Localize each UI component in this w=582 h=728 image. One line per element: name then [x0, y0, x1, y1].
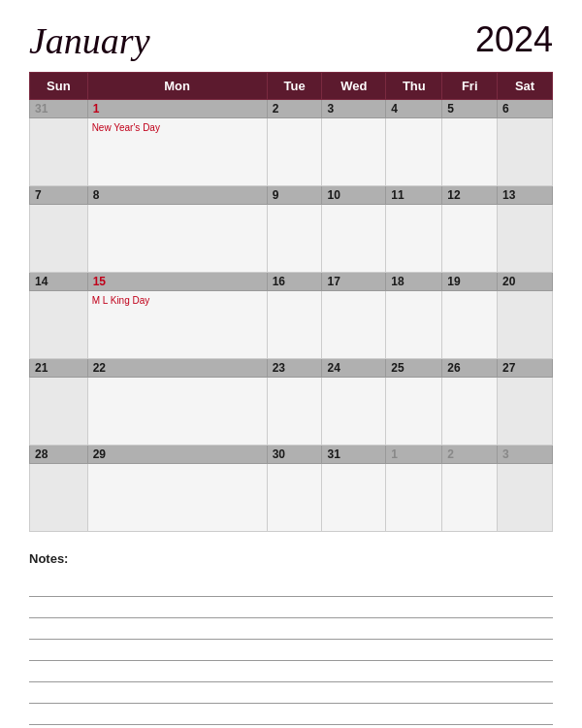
day-number-w0-d6: 6 [498, 100, 553, 118]
calendar-header: January 2024 [29, 19, 553, 62]
week-number-row-2: 14151617181920 [30, 273, 553, 291]
note-line[interactable] [29, 682, 553, 704]
day-number-w1-d0: 7 [30, 186, 88, 205]
day-number-w4-d5: 2 [442, 446, 498, 464]
day-content-w0-d4 [386, 118, 442, 186]
holiday-label: M L King Day [92, 295, 150, 306]
day-content-w1-d0 [30, 205, 88, 273]
day-number-w4-d1: 29 [87, 446, 267, 464]
day-content-w3-d0 [30, 378, 88, 446]
day-number-w3-d6: 27 [498, 359, 553, 378]
day-number-w4-d3: 31 [322, 446, 386, 464]
day-number-w2-d3: 17 [322, 273, 386, 291]
day-number-w0-d4: 4 [386, 100, 442, 118]
day-number-w4-d4: 1 [386, 446, 442, 464]
notes-section: Notes: [29, 551, 553, 728]
day-number-w4-d0: 28 [30, 446, 88, 464]
note-line[interactable] [29, 576, 553, 597]
day-content-w2-d6 [498, 291, 553, 359]
note-line[interactable] [29, 661, 553, 682]
day-number-w1-d3: 10 [322, 186, 386, 205]
day-content-w0-d0 [30, 118, 88, 186]
weekday-header-wed: Wed [322, 73, 386, 100]
day-content-w2-d5 [442, 291, 498, 359]
day-number-w3-d5: 26 [442, 359, 498, 378]
weekday-header-mon: Mon [87, 73, 267, 100]
holiday-label: New Year's Day [92, 122, 160, 133]
day-content-w0-d6 [498, 118, 553, 186]
day-content-w0-d2 [267, 118, 322, 186]
weekday-header-sat: Sat [498, 73, 553, 100]
day-number-w2-d1: 15 [87, 273, 267, 291]
day-number-w3-d2: 23 [267, 359, 322, 378]
day-content-w1-d2 [267, 205, 322, 273]
note-line[interactable] [29, 640, 553, 661]
day-content-w3-d1 [87, 378, 267, 446]
day-content-w3-d6 [498, 378, 553, 446]
day-number-w2-d2: 16 [267, 273, 322, 291]
day-content-w1-d1 [87, 205, 267, 273]
day-number-w0-d2: 2 [267, 100, 322, 118]
day-content-w1-d6 [498, 205, 553, 273]
day-content-w1-d5 [442, 205, 498, 273]
week-content-row-0: New Year's Day [30, 118, 553, 186]
weekday-header-row: SunMonTueWedThuFriSat [30, 73, 553, 100]
day-content-w4-d3 [322, 464, 386, 532]
day-content-w0-d3 [322, 118, 386, 186]
day-number-w3-d3: 24 [322, 359, 386, 378]
day-content-w3-d3 [322, 378, 386, 446]
note-line[interactable] [29, 618, 553, 640]
week-number-row-3: 21222324252627 [30, 359, 553, 378]
day-content-w2-d2 [267, 291, 322, 359]
weekday-header-fri: Fri [442, 73, 498, 100]
weekday-header-thu: Thu [386, 73, 442, 100]
day-number-w2-d0: 14 [30, 273, 88, 291]
day-number-w1-d2: 9 [267, 186, 322, 205]
note-line[interactable] [29, 597, 553, 618]
day-content-w4-d1 [87, 464, 267, 532]
day-number-w3-d1: 22 [87, 359, 267, 378]
day-content-w3-d5 [442, 378, 498, 446]
note-line[interactable] [29, 704, 553, 725]
day-number-w2-d5: 19 [442, 273, 498, 291]
day-content-w2-d1: M L King Day [87, 291, 267, 359]
day-number-w0-d1: 1 [87, 100, 267, 118]
day-number-w0-d3: 3 [322, 100, 386, 118]
day-number-w1-d5: 12 [442, 186, 498, 205]
day-content-w2-d3 [322, 291, 386, 359]
day-number-w1-d4: 11 [386, 186, 442, 205]
weekday-header-tue: Tue [267, 73, 322, 100]
week-number-row-1: 78910111213 [30, 186, 553, 205]
day-content-w2-d0 [30, 291, 88, 359]
day-content-w4-d6 [498, 464, 553, 532]
day-content-w4-d5 [442, 464, 498, 532]
day-content-w1-d3 [322, 205, 386, 273]
day-content-w1-d4 [386, 205, 442, 273]
day-content-w0-d1: New Year's Day [87, 118, 267, 186]
day-number-w0-d0: 31 [30, 100, 88, 118]
week-number-row-4: 28293031123 [30, 446, 553, 464]
calendar-table: SunMonTueWedThuFriSat 31123456New Year's… [29, 72, 553, 532]
weekday-header-sun: Sun [30, 73, 88, 100]
day-number-w1-d6: 13 [498, 186, 553, 205]
day-number-w2-d4: 18 [386, 273, 442, 291]
day-number-w4-d6: 3 [498, 446, 553, 464]
day-content-w3-d2 [267, 378, 322, 446]
notes-lines [29, 576, 553, 728]
day-content-w3-d4 [386, 378, 442, 446]
week-content-row-1 [30, 205, 553, 273]
day-number-w3-d0: 21 [30, 359, 88, 378]
week-content-row-4 [30, 464, 553, 532]
day-number-w2-d6: 20 [498, 273, 553, 291]
day-content-w4-d4 [386, 464, 442, 532]
week-number-row-0: 31123456 [30, 100, 553, 118]
week-content-row-2: M L King Day [30, 291, 553, 359]
week-content-row-3 [30, 378, 553, 446]
day-content-w4-d2 [267, 464, 322, 532]
day-number-w4-d2: 30 [267, 446, 322, 464]
day-content-w4-d0 [30, 464, 88, 532]
day-number-w1-d1: 8 [87, 186, 267, 205]
year-title: 2024 [475, 19, 553, 60]
day-number-w3-d4: 25 [386, 359, 442, 378]
month-title: January [29, 19, 150, 62]
